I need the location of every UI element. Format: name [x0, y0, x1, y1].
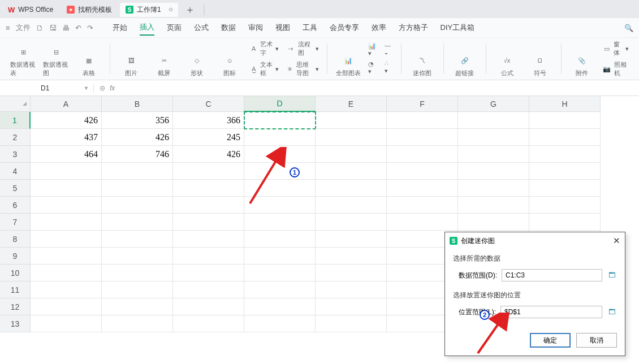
cell[interactable] [102, 298, 173, 315]
cell-C3[interactable]: 426 [173, 146, 244, 163]
row-head[interactable]: 3 [0, 146, 31, 163]
cell-D3[interactable] [244, 146, 316, 163]
col-head-B[interactable]: B [102, 96, 173, 112]
cell-E2[interactable] [316, 129, 387, 146]
range-picker-icon[interactable]: 🗔 [607, 270, 617, 280]
cell[interactable] [31, 197, 102, 214]
cell-C2[interactable]: 245 [173, 129, 244, 146]
cell-E1[interactable] [316, 112, 387, 129]
qa-undo-icon[interactable]: ↶ [75, 24, 81, 32]
cell-B2[interactable]: 426 [102, 129, 173, 146]
tab-template[interactable]: ✦ 找稻壳模板 [61, 3, 118, 17]
cell[interactable] [316, 180, 387, 197]
select-all-corner[interactable] [0, 96, 31, 112]
tab-start[interactable]: 开始 [113, 20, 127, 35]
cell[interactable] [173, 214, 244, 231]
qa-print-icon[interactable]: 🖶 [62, 24, 70, 32]
cell[interactable] [529, 214, 601, 231]
cell[interactable] [458, 197, 529, 214]
cell-E3[interactable] [316, 146, 387, 163]
cell[interactable] [173, 197, 244, 214]
cell[interactable] [244, 180, 316, 197]
bar-chart-icon[interactable]: 📊 ▾ [368, 42, 378, 57]
cell[interactable] [458, 180, 529, 197]
pie-chart-icon[interactable]: ◔ ▾ [368, 60, 378, 75]
qa-save-icon[interactable]: 🖫 [49, 24, 57, 32]
row-head[interactable]: 11 [0, 281, 31, 298]
attachment-button[interactable]: 📎附件 [569, 54, 595, 77]
col-head-H[interactable]: H [529, 96, 601, 112]
cell[interactable] [173, 265, 244, 281]
row-head[interactable]: 1 [0, 112, 31, 129]
cell[interactable] [458, 163, 529, 180]
cell[interactable] [529, 163, 601, 180]
row-head[interactable]: 2 [0, 129, 31, 146]
pivot-chart-button[interactable]: ⊟数据透视图 [43, 46, 69, 77]
cell[interactable] [173, 298, 244, 315]
cell[interactable] [244, 281, 316, 298]
cell[interactable] [244, 315, 316, 332]
qa-redo-icon[interactable]: ↷ [87, 24, 93, 32]
table-button[interactable]: ▦表格 [76, 54, 102, 77]
cell-B1[interactable]: 356 [102, 112, 173, 129]
fx-label[interactable]: fx [110, 84, 115, 92]
cell-G1[interactable] [458, 112, 529, 129]
row-head[interactable]: 12 [0, 298, 31, 315]
cell[interactable] [102, 248, 173, 265]
cell-H3[interactable] [529, 146, 601, 163]
tab-formula[interactable]: 公式 [194, 20, 209, 35]
hyperlink-button[interactable]: 🔗超链接 [452, 54, 478, 77]
cell[interactable] [31, 180, 102, 197]
cell[interactable] [244, 298, 316, 315]
cell-B3[interactable]: 746 [102, 146, 173, 163]
pivot-table-button[interactable]: ⊞数据透视表 [10, 46, 36, 77]
cell-F3[interactable] [387, 146, 458, 163]
search-icon[interactable]: 🔍 [624, 24, 633, 32]
cell[interactable] [387, 214, 458, 231]
row-head[interactable]: 4 [0, 163, 31, 180]
new-tab-button[interactable]: ＋ [180, 3, 200, 16]
cell[interactable] [244, 197, 316, 214]
cell[interactable] [31, 163, 102, 180]
cell[interactable] [458, 214, 529, 231]
camera-button[interactable]: 📷照相机 [602, 60, 629, 77]
cell[interactable] [316, 248, 387, 265]
cell-H1[interactable] [529, 112, 601, 129]
textbox-button[interactable]: A̲文本框 ▾ [249, 60, 278, 77]
cell[interactable] [316, 197, 387, 214]
col-head-D[interactable]: D [244, 96, 316, 112]
qa-menu-icon[interactable]: ≡ [6, 24, 10, 32]
col-head-G[interactable]: G [458, 96, 529, 112]
tab-diy[interactable]: DIY工具箱 [441, 20, 475, 35]
qa-new-icon[interactable]: 🗋 [36, 24, 44, 32]
wordart-button[interactable]: A艺术字 ▾ [249, 40, 278, 57]
cancel-fx-icon[interactable]: ⊝ [100, 84, 105, 92]
cell[interactable] [31, 281, 102, 298]
cell-A1[interactable]: 426 [31, 112, 102, 129]
cell[interactable] [244, 163, 316, 180]
tab-fang[interactable]: 方方格子 [399, 20, 428, 35]
dialog-titlebar[interactable]: S 创建迷你图 ✕ [445, 232, 625, 249]
tab-page[interactable]: 页面 [167, 20, 182, 35]
cell[interactable] [529, 180, 601, 197]
cell-D1[interactable] [244, 112, 316, 129]
range-picker-icon[interactable]: 🗔 [607, 307, 617, 317]
row-head[interactable]: 8 [0, 231, 31, 248]
cell[interactable] [31, 265, 102, 281]
symbol-button[interactable]: Ω符号 [527, 54, 553, 77]
cell-G2[interactable] [458, 129, 529, 146]
cell[interactable] [31, 214, 102, 231]
row-head[interactable]: 7 [0, 214, 31, 231]
cell[interactable] [173, 180, 244, 197]
flowchart-button[interactable]: ⇢流程图 ▾ [286, 40, 319, 57]
cell[interactable] [102, 315, 173, 332]
row-head[interactable]: 6 [0, 197, 31, 214]
mindmap-button[interactable]: ✳思维导图 ▾ [286, 60, 319, 77]
row-head[interactable]: 9 [0, 248, 31, 265]
cell[interactable] [173, 315, 244, 332]
cell-A3[interactable]: 464 [31, 146, 102, 163]
cell-A2[interactable]: 437 [31, 129, 102, 146]
cell[interactable] [102, 180, 173, 197]
tab-efficiency[interactable]: 效率 [372, 20, 386, 35]
picture-button[interactable]: 🖼图片 [118, 54, 144, 77]
